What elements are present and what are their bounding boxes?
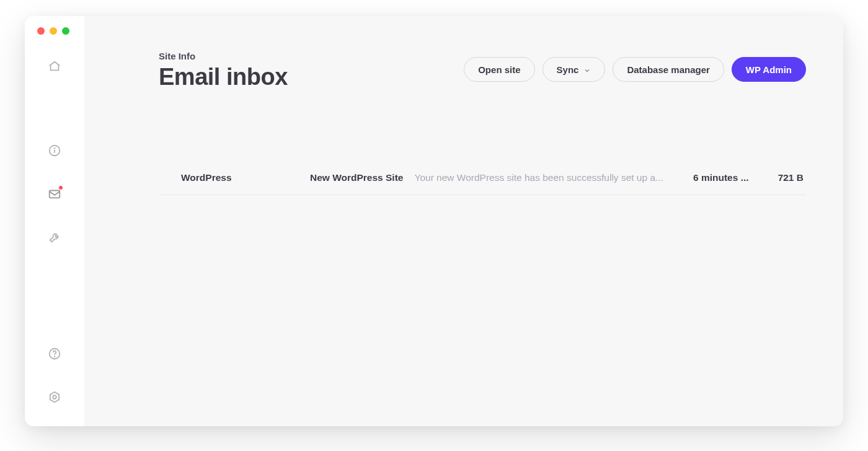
info-icon[interactable] [48,144,61,157]
svg-rect-3 [50,191,60,198]
app-window: Site Info Email inbox Open site Sync Dat… [25,16,843,426]
window-controls [37,27,69,35]
sync-button[interactable]: Sync [542,57,606,82]
header-actions: Open site Sync Database manager WP Admin [464,57,806,82]
tools-icon[interactable] [48,230,61,244]
sync-label: Sync [557,64,579,75]
database-manager-label: Database manager [627,64,709,75]
mail-icon[interactable] [48,187,61,201]
svg-point-2 [55,148,55,149]
open-site-label: Open site [478,64,520,75]
page-header: Site Info Email inbox Open site Sync Dat… [159,51,806,90]
minimize-window-button[interactable] [50,27,57,35]
page-title: Email inbox [159,64,288,90]
close-window-button[interactable] [37,27,45,35]
open-site-button[interactable]: Open site [464,57,534,82]
main-content: Site Info Email inbox Open site Sync Dat… [84,16,843,426]
sidebar-nav-bottom [48,347,61,416]
breadcrumb: Site Info [159,51,288,61]
home-icon[interactable] [48,59,61,73]
sidebar-nav-top [25,59,84,244]
email-sender: WordPress [181,172,299,183]
maximize-window-button[interactable] [62,27,69,35]
database-manager-button[interactable]: Database manager [613,57,724,82]
wp-admin-button[interactable]: WP Admin [732,57,806,82]
notification-dot-icon [58,185,63,190]
settings-icon[interactable] [48,390,61,404]
email-row[interactable]: WordPress New WordPress Site Your new Wo… [159,164,806,195]
chevron-down-icon [583,66,591,73]
email-size: 721 B [766,172,804,183]
email-preview: Your new WordPress site has been success… [414,172,682,183]
help-icon[interactable] [48,347,61,361]
svg-point-6 [53,395,56,399]
email-subject: New WordPress Site [310,172,403,183]
svg-point-5 [55,356,55,357]
wp-admin-label: WP Admin [746,64,792,75]
sidebar [25,16,84,426]
titles: Site Info Email inbox [159,51,288,90]
email-list: WordPress New WordPress Site Your new Wo… [159,164,806,195]
email-time: 6 minutes ... [693,172,755,183]
